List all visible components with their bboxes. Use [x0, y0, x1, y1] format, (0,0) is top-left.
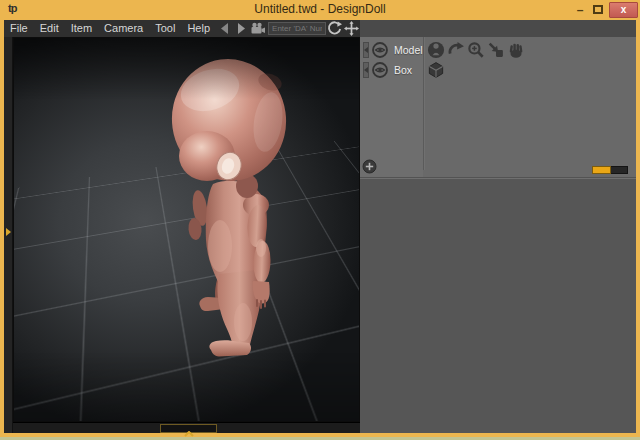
left-panel-toggle[interactable]: [4, 37, 13, 433]
nav-forward-icon[interactable]: [234, 21, 248, 36]
model-expander-button[interactable]: [363, 42, 369, 58]
slider-track: [611, 166, 628, 174]
cube-icon[interactable]: [427, 61, 445, 79]
scale-tool-icon[interactable]: [487, 41, 505, 59]
close-button[interactable]: x: [609, 2, 638, 18]
rotate-tool-icon[interactable]: [447, 41, 465, 59]
zoom-plus-tool-icon[interactable]: [467, 41, 485, 59]
minimize-button[interactable]: –: [571, 2, 589, 18]
collapse-left-icon: [364, 67, 368, 73]
properties-panel-empty: [360, 179, 636, 433]
eye-icon: [371, 41, 389, 59]
titlebar[interactable]: tp Untitled.twd - DesignDoll – x: [0, 0, 640, 20]
move-icon[interactable]: [344, 21, 359, 36]
menu-help[interactable]: Help: [181, 20, 216, 37]
viewport-bottombar: [13, 422, 360, 433]
right-panel: Model: [360, 37, 636, 433]
expand-right-icon: [5, 227, 12, 237]
scene-tree-panel: Model: [360, 37, 636, 177]
da-number-input[interactable]: [268, 22, 326, 35]
doll-figure[interactable]: [14, 38, 360, 422]
panel-slider[interactable]: [592, 166, 628, 174]
collapse-left-icon: [364, 47, 368, 53]
maximize-icon: [593, 5, 603, 14]
plus-circle-icon: [362, 159, 377, 174]
eye-icon: [371, 61, 389, 79]
menu-camera[interactable]: Camera: [98, 20, 149, 37]
add-item-button[interactable]: [362, 159, 377, 174]
box-expander-button[interactable]: [363, 62, 369, 78]
slider-fill: [592, 166, 611, 174]
menu-item[interactable]: Item: [65, 20, 98, 37]
tree-label-box: Box: [394, 64, 424, 76]
maximize-button[interactable]: [589, 2, 609, 18]
reset-rotate-icon[interactable]: [327, 21, 342, 36]
tree-row-model[interactable]: Model: [360, 40, 636, 60]
window-title: Untitled.twd - DesignDoll: [0, 2, 640, 16]
menu-file[interactable]: File: [4, 20, 34, 37]
tree-label-model: Model: [394, 44, 424, 56]
menu-tool[interactable]: Tool: [149, 20, 181, 37]
menu-edit[interactable]: Edit: [34, 20, 65, 37]
panel-header-strip: [360, 20, 636, 37]
nav-back-icon[interactable]: [218, 21, 232, 36]
box-visibility-button[interactable]: [370, 60, 390, 80]
menubar: File Edit Item Camera Tool Help: [4, 20, 360, 37]
expand-bottom-panel-button[interactable]: [160, 424, 217, 433]
tree-row-box[interactable]: Box: [360, 60, 636, 80]
camcorder-icon[interactable]: [250, 21, 264, 36]
doll-move-tool-icon[interactable]: [427, 41, 445, 59]
hand-tool-icon[interactable]: [507, 41, 525, 59]
model-visibility-button[interactable]: [370, 40, 390, 60]
viewport-3d[interactable]: [13, 37, 360, 422]
designdoll-window: tp Untitled.twd - DesignDoll – x File Ed…: [0, 0, 640, 440]
